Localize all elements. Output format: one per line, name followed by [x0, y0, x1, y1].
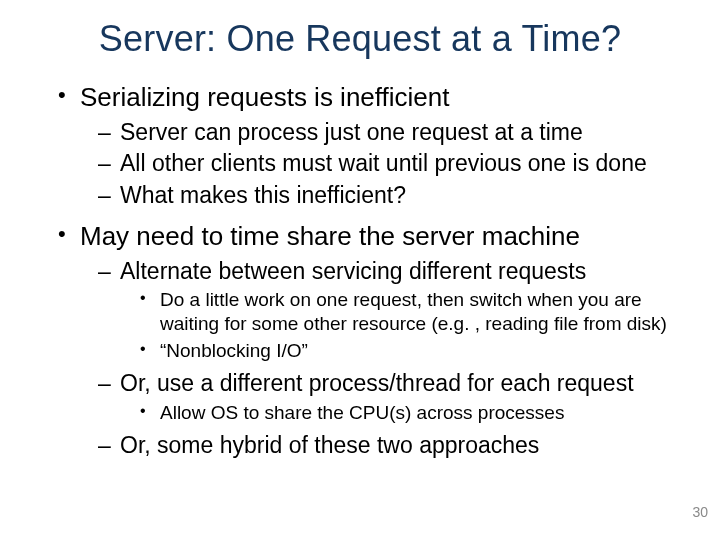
bullet-text: Allow OS to share the CPU(s) across proc…: [160, 402, 564, 423]
list-item: Alternate between servicing different re…: [120, 257, 690, 363]
bullet-text: Serializing requests is inefficient: [80, 82, 449, 112]
bullet-text: May need to time share the server machin…: [80, 221, 580, 251]
list-item: Serializing requests is inefficient Serv…: [80, 81, 690, 210]
bullet-text: Do a little work on one request, then sw…: [160, 289, 667, 334]
bullet-text: What makes this inefficient?: [120, 182, 406, 208]
bullet-text: Alternate between servicing different re…: [120, 258, 586, 284]
bullet-list-level2: Alternate between servicing different re…: [80, 257, 690, 461]
slide-title: Server: One Request at a Time?: [30, 18, 690, 59]
bullet-list-level3: Allow OS to share the CPU(s) across proc…: [120, 401, 690, 425]
bullet-list-level1: Serializing requests is inefficient Serv…: [30, 81, 690, 460]
list-item: All other clients must wait until previo…: [120, 149, 690, 178]
bullet-text: Or, use a different process/thread for e…: [120, 370, 634, 396]
list-item: Or, some hybrid of these two approaches: [120, 431, 690, 460]
page-number: 30: [692, 504, 708, 520]
list-item: What makes this inefficient?: [120, 181, 690, 210]
bullet-list-level2: Server can process just one request at a…: [80, 118, 690, 210]
bullet-text: “Nonblocking I/O”: [160, 340, 308, 361]
list-item: Do a little work on one request, then sw…: [160, 288, 680, 337]
list-item: Or, use a different process/thread for e…: [120, 369, 690, 425]
list-item: Server can process just one request at a…: [120, 118, 690, 147]
bullet-text: Server can process just one request at a…: [120, 119, 583, 145]
list-item: “Nonblocking I/O”: [160, 339, 680, 363]
list-item: May need to time share the server machin…: [80, 220, 690, 460]
slide: Server: One Request at a Time? Serializi…: [0, 0, 720, 540]
bullet-text: Or, some hybrid of these two approaches: [120, 432, 539, 458]
bullet-list-level3: Do a little work on one request, then sw…: [120, 288, 690, 363]
bullet-text: All other clients must wait until previo…: [120, 150, 647, 176]
list-item: Allow OS to share the CPU(s) across proc…: [160, 401, 680, 425]
